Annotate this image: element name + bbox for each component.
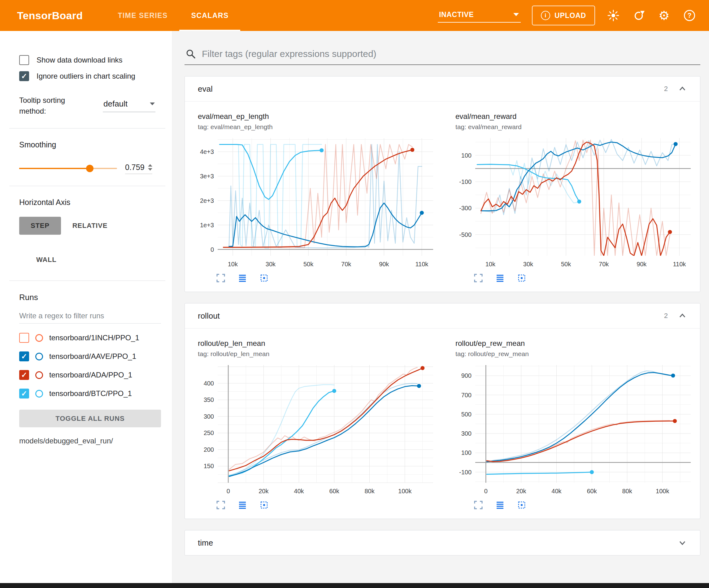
chart-card-mean-reward: eval/mean_reward tag: eval/mean_reward 1… bbox=[442, 112, 700, 283]
section-header-eval[interactable]: eval 2 bbox=[185, 76, 700, 101]
ignore-outliers-row[interactable]: Ignore outliers in chart scaling bbox=[19, 71, 166, 81]
section-card-rollout: rollout 2 rollout/ep_len_mean tag: rollo… bbox=[185, 303, 700, 519]
line-chart[interactable]: 10k30k50k70k90k110k-500-300-100100 bbox=[455, 134, 694, 271]
svg-text:250: 250 bbox=[204, 430, 214, 436]
help-glyph: ? bbox=[684, 10, 695, 21]
run-checkbox[interactable] bbox=[19, 389, 29, 399]
line-chart[interactable]: 10k30k50k70k90k110k01e+32e+33e+34e+3 bbox=[198, 134, 437, 271]
expand-chart-icon[interactable] bbox=[216, 500, 226, 510]
show-download-links-row[interactable]: Show data download links bbox=[19, 55, 166, 65]
fit-domain-icon[interactable] bbox=[259, 500, 269, 510]
smoothing-value-input[interactable] bbox=[125, 163, 147, 172]
svg-text:100k: 100k bbox=[656, 488, 669, 494]
view-data-icon[interactable] bbox=[495, 273, 505, 283]
upload-button[interactable]: i UPLOAD bbox=[532, 6, 595, 25]
view-data-icon[interactable] bbox=[237, 273, 247, 283]
svg-text:50k: 50k bbox=[304, 261, 314, 267]
tooltip-sorting-value: default bbox=[103, 99, 128, 109]
svg-text:1e+3: 1e+3 bbox=[200, 222, 214, 229]
refresh-icon[interactable] bbox=[632, 8, 646, 23]
header-actions: INACTIVE i UPLOAD bbox=[438, 6, 697, 25]
chart-title: eval/mean_ep_length bbox=[198, 112, 442, 121]
chart-card-ep-rew-mean: rollout/ep_rew_mean tag: rollout/ep_rew_… bbox=[442, 339, 700, 510]
run-color-swatch bbox=[35, 371, 43, 379]
run-color-swatch bbox=[35, 390, 43, 398]
svg-text:300: 300 bbox=[204, 413, 214, 420]
ignore-outliers-checkbox[interactable] bbox=[19, 71, 29, 81]
chart-card-ep-len-mean: rollout/ep_len_mean tag: rollout/ep_len_… bbox=[185, 339, 442, 510]
runs-filter bbox=[19, 311, 161, 324]
svg-text:90k: 90k bbox=[379, 261, 389, 267]
help-icon[interactable]: ? bbox=[682, 8, 697, 23]
svg-text:30k: 30k bbox=[523, 261, 533, 267]
brightness-icon[interactable] bbox=[606, 8, 621, 23]
run-row-ada[interactable]: tensorboard/ADA/PPO_1 bbox=[19, 366, 166, 384]
collapse-icon[interactable] bbox=[678, 311, 687, 321]
runs-directory-label: models/debugged_eval_run/ bbox=[19, 437, 166, 445]
app-title: TensorBoard bbox=[17, 9, 83, 22]
line-chart[interactable]: 020k40k60k80k100k-100100300500700900 bbox=[455, 361, 694, 498]
smoothing-label: Smoothing bbox=[19, 140, 166, 149]
expand-chart-icon[interactable] bbox=[473, 273, 483, 283]
svg-text:400: 400 bbox=[204, 380, 214, 387]
axis-step-button[interactable]: STEP bbox=[19, 217, 61, 235]
svg-text:0: 0 bbox=[484, 488, 488, 494]
svg-text:0: 0 bbox=[227, 488, 230, 494]
tab-time-series[interactable]: TIME SERIES bbox=[106, 0, 179, 31]
scalars-dashboard: eval 2 eval/mean_ep_length tag: eval/mea… bbox=[173, 31, 709, 588]
axis-wall-button[interactable]: WALL bbox=[25, 251, 68, 269]
fit-domain-icon[interactable] bbox=[517, 273, 527, 283]
horizontal-axis-label: Horizontal Axis bbox=[19, 198, 166, 207]
run-label: tensorboard/AAVE/PPO_1 bbox=[49, 352, 136, 361]
fit-domain-icon[interactable] bbox=[259, 273, 269, 283]
tooltip-sorting-dropdown[interactable]: default bbox=[103, 97, 155, 112]
svg-text:-300: -300 bbox=[459, 205, 472, 211]
smoothing-stepper[interactable] bbox=[148, 164, 152, 171]
run-list: tensorboard/1INCH/PPO_1 tensorboard/AAVE… bbox=[19, 329, 166, 403]
section-header-rollout[interactable]: rollout 2 bbox=[185, 303, 700, 328]
status-dropdown[interactable]: INACTIVE bbox=[438, 9, 521, 23]
svg-text:80k: 80k bbox=[622, 488, 632, 494]
collapse-icon[interactable] bbox=[678, 84, 687, 94]
run-row-1inch[interactable]: tensorboard/1INCH/PPO_1 bbox=[19, 329, 166, 347]
svg-text:110k: 110k bbox=[415, 261, 428, 267]
toggle-all-runs-button[interactable]: TOGGLE ALL RUNS bbox=[19, 410, 161, 427]
run-checkbox[interactable] bbox=[19, 333, 29, 343]
divider bbox=[9, 281, 165, 281]
run-checkbox[interactable] bbox=[19, 352, 29, 361]
runs-filter-input[interactable] bbox=[19, 311, 161, 320]
section-title: rollout bbox=[198, 311, 220, 321]
svg-text:700: 700 bbox=[461, 392, 472, 399]
horizontal-scrollbar[interactable] bbox=[0, 583, 709, 588]
tab-scalars[interactable]: SCALARS bbox=[179, 0, 240, 31]
search-icon bbox=[185, 48, 196, 59]
divider bbox=[9, 186, 165, 186]
svg-text:200: 200 bbox=[204, 446, 214, 453]
run-row-btc[interactable]: tensorboard/BTC/PPO_1 bbox=[19, 384, 166, 403]
slider-thumb[interactable] bbox=[86, 165, 94, 172]
step-down-icon[interactable] bbox=[148, 168, 152, 171]
tag-filter-input[interactable] bbox=[202, 49, 699, 59]
view-data-icon[interactable] bbox=[495, 500, 505, 510]
run-checkbox[interactable] bbox=[19, 370, 29, 380]
section-card-time: time bbox=[185, 530, 700, 556]
smoothing-slider[interactable] bbox=[19, 168, 117, 169]
axis-relative-button[interactable]: RELATIVE bbox=[61, 217, 119, 235]
show-download-links-checkbox[interactable] bbox=[19, 55, 29, 65]
settings-gear-icon[interactable]: ⚙ bbox=[657, 8, 671, 23]
expand-chart-icon[interactable] bbox=[473, 500, 483, 510]
fit-domain-icon[interactable] bbox=[517, 500, 527, 510]
info-icon: i bbox=[541, 11, 550, 20]
step-up-icon[interactable] bbox=[148, 164, 152, 167]
expand-chart-icon[interactable] bbox=[216, 273, 226, 283]
chart-toolbar bbox=[473, 500, 700, 510]
run-row-aave[interactable]: tensorboard/AAVE/PPO_1 bbox=[19, 347, 166, 366]
view-data-icon[interactable] bbox=[237, 500, 247, 510]
upload-label: UPLOAD bbox=[554, 11, 586, 20]
chart-toolbar bbox=[216, 273, 442, 283]
svg-text:150: 150 bbox=[204, 463, 214, 469]
expand-icon[interactable] bbox=[678, 538, 687, 547]
line-chart[interactable]: 020k40k60k80k100k150200250300350400 bbox=[198, 361, 437, 498]
section-header-time[interactable]: time bbox=[185, 530, 700, 555]
svg-text:10k: 10k bbox=[485, 261, 496, 267]
